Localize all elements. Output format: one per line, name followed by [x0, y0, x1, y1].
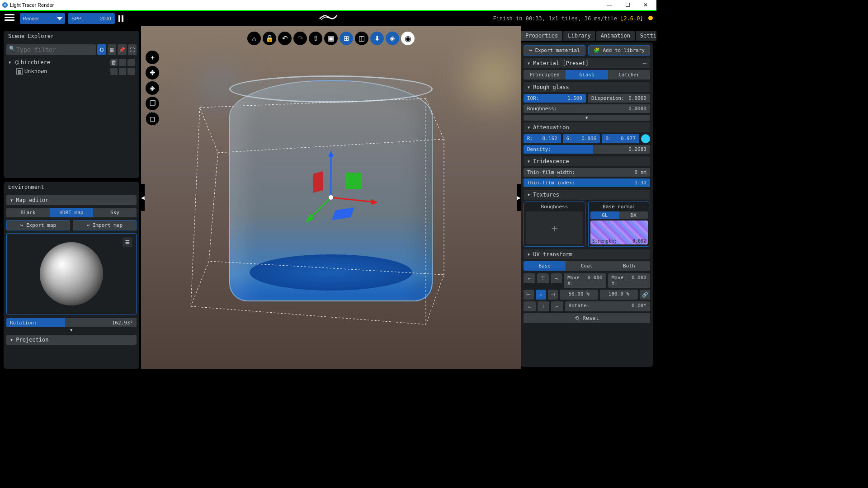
tab-library[interactable]: Library [563, 31, 595, 41]
env-black-tab[interactable]: Black [6, 208, 50, 217]
discord-icon[interactable]: ◉ [401, 32, 415, 45]
align-tr-icon[interactable]: ¬ [551, 273, 562, 283]
density-field[interactable]: Density:0.2683 [524, 145, 650, 154]
left-panel-toggle[interactable]: ◀ [141, 184, 145, 211]
dispersion-field[interactable]: Dispersion:0.0000 [588, 94, 650, 103]
export-map-button[interactable]: ↪ Export map [6, 220, 70, 230]
hdri-menu-icon[interactable]: ☰ [123, 237, 132, 247]
align-c-icon[interactable]: ＋ [536, 290, 546, 300]
hdri-sphere [40, 242, 103, 305]
maximize-button[interactable]: ☐ [618, 2, 637, 8]
tree-item-unknown[interactable]: ▨ Unknown [6, 67, 137, 76]
align-r-icon[interactable]: ⊣ [548, 290, 558, 300]
uv-transform-header[interactable]: ▾UV transform [524, 249, 650, 259]
move-icon[interactable]: ✥ [146, 66, 159, 80]
node-icon: ⌬ [14, 59, 19, 66]
r-field[interactable]: R:0.162 [524, 134, 561, 143]
import-map-button[interactable]: ↩ Import map [73, 220, 137, 230]
uv-coat[interactable]: Coat [566, 261, 608, 271]
normal-gl[interactable]: GL [590, 211, 619, 219]
scene-filter-input[interactable] [6, 44, 96, 55]
download-icon[interactable]: ⬇ [370, 32, 384, 45]
viewport[interactable]: ⌂ 🔒 ↶ ↷ ⇧ ▣ ⊞ ◫ ⬇ ◈ ◉ ＋ ✥ ◈ ❐ ◻ [141, 26, 521, 369]
rotation-slider[interactable]: Rotation: 162.93° [6, 318, 137, 327]
layers-icon[interactable]: ◈ [146, 81, 159, 95]
render-mode-dropdown[interactable]: Render [20, 13, 65, 24]
align-l-icon[interactable]: ⊢ [524, 290, 534, 300]
material-preset-header[interactable]: ▾Material [Preset]⋯ [524, 58, 650, 68]
glass-object[interactable] [229, 80, 433, 301]
grid-view-icon[interactable]: ▦ [108, 44, 117, 55]
undo-icon[interactable]: ↶ [278, 32, 292, 45]
pin-icon[interactable]: 📌 [118, 44, 127, 55]
uv-both[interactable]: Both [608, 261, 650, 271]
texture-roughness-box: Roughness ＋ [524, 202, 585, 247]
hamburger-menu-icon[interactable] [4, 13, 15, 24]
mat-catcher[interactable]: Catcher [608, 70, 650, 80]
align-tl-icon[interactable]: ⌐ [524, 273, 535, 283]
close-button[interactable]: ✕ [637, 2, 655, 8]
g-field[interactable]: G:0.806 [563, 134, 600, 143]
normal-texture-slot[interactable]: Strength:0.002 [590, 221, 648, 244]
app-title: Light Tracer Render [10, 2, 54, 8]
select-icon[interactable]: ◻ [146, 112, 159, 126]
scalex-field[interactable]: 50.00 % [560, 290, 598, 300]
add-icon[interactable]: ＋ [146, 51, 159, 64]
roughness-field[interactable]: Roughness:0.0000 [524, 104, 650, 113]
delete-icon[interactable]: 🗑 [110, 59, 118, 66]
textures-header[interactable]: ▾Textures [524, 190, 650, 200]
spp-field[interactable]: SPP: 2000 [68, 13, 115, 24]
tree-item-bicchiere[interactable]: ▾ ⌬ bicchiere 🗑 [6, 58, 137, 67]
env-hdri-tab[interactable]: HDRI map [50, 208, 93, 217]
right-panel-toggle[interactable]: ▶ [517, 184, 521, 211]
iridescence-header[interactable]: ▾Iridescence [524, 156, 650, 166]
panel-icon[interactable]: ◫ [355, 32, 368, 45]
align-br-icon[interactable]: ⌐ [551, 301, 563, 311]
redo-icon[interactable]: ↷ [293, 32, 307, 45]
rough-glass-header[interactable]: ▾Rough glass [524, 82, 650, 92]
movey-field[interactable]: Move Y:0.000 [608, 273, 650, 288]
copy-icon[interactable]: ❐ [146, 97, 159, 110]
attenuation-color-swatch[interactable] [641, 134, 650, 143]
thinfilm-index-field[interactable]: Thin-film index:1.30 [524, 178, 650, 187]
thinfilm-width-field[interactable]: Thin-film width:0 nm [524, 168, 650, 177]
align-bl-icon[interactable]: ⌙ [524, 301, 536, 311]
minimize-button[interactable]: — [600, 2, 618, 8]
scaley-field[interactable]: 100.0 % [600, 290, 638, 300]
env-sky-tab[interactable]: Sky [93, 208, 137, 217]
pause-button[interactable] [118, 15, 123, 22]
movex-field[interactable]: Move X:0.000 [564, 273, 606, 288]
hdri-preview[interactable]: ☰ [6, 233, 137, 314]
attenuation-header[interactable]: ▾Attenuation [524, 122, 650, 132]
app-logo [319, 11, 338, 27]
expand-icon[interactable]: ⛶ [128, 44, 137, 55]
add-library-button[interactable]: 🧩 Add to library [588, 45, 650, 56]
hierarchy-view-icon[interactable]: ⌬ [97, 44, 106, 55]
gem-icon[interactable]: ◈ [386, 32, 399, 45]
map-editor-header[interactable]: ▾ Map editor [6, 195, 137, 205]
tab-properties[interactable]: Properties [521, 31, 562, 41]
reset-button[interactable]: ⟲ Reset [524, 313, 650, 323]
uv-base[interactable]: Base [524, 261, 566, 271]
projection-header[interactable]: ▾ Projection [6, 335, 137, 345]
tab-settings[interactable]: Settings [636, 31, 656, 41]
link-scale-icon[interactable]: 🔗 [640, 290, 650, 300]
grid-icon[interactable]: ⊞ [340, 32, 353, 45]
normal-dx[interactable]: DX [619, 211, 648, 219]
mat-glass[interactable]: Glass [566, 70, 608, 80]
home-icon[interactable]: ⌂ [247, 32, 261, 45]
rotation-expand[interactable]: ▾ [6, 327, 137, 333]
roughglass-expand[interactable]: ▾ [524, 115, 650, 121]
upload-icon[interactable]: ⇧ [309, 32, 322, 45]
add-roughness-texture[interactable]: ＋ [526, 211, 583, 244]
image-icon[interactable]: ▣ [324, 32, 338, 45]
rotate-field[interactable]: Rotate:0.00° [565, 301, 650, 311]
align-t-icon[interactable]: ⊤ [537, 273, 549, 283]
align-b-icon[interactable]: ⊥ [538, 301, 550, 311]
ior-field[interactable]: IOR:1.500 [524, 94, 586, 103]
tab-animation[interactable]: Animation [596, 31, 635, 41]
b-field[interactable]: B:0.977 [602, 134, 639, 143]
mat-principled[interactable]: Principled [524, 70, 566, 80]
export-material-button[interactable]: ↪ Export material [524, 45, 585, 56]
lock-icon[interactable]: 🔒 [263, 32, 276, 45]
